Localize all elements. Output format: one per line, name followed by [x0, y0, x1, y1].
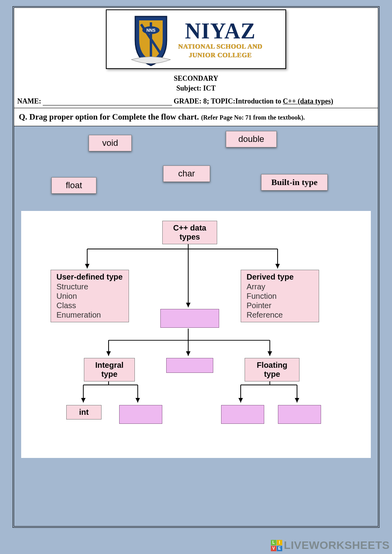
drag-option-void[interactable]: void	[89, 135, 132, 151]
derived-item: Pointer	[247, 301, 313, 310]
brand-text: LIVEWORKSHEETS	[284, 539, 390, 552]
drop-target-float[interactable]	[221, 405, 264, 424]
name-label: NAME:	[17, 97, 41, 105]
node-user-defined: User-defined type Structure Union Class …	[51, 270, 129, 322]
user-defined-item: Enumeration	[56, 311, 123, 320]
svg-text:NNS: NNS	[147, 28, 156, 33]
drop-target-char[interactable]	[119, 405, 162, 424]
brand-pill-icon: LI VE	[271, 540, 282, 551]
question-main: Q. Drag proper option for Complete the f…	[19, 112, 199, 122]
user-defined-item: Structure	[56, 282, 123, 291]
derived-item: Reference	[247, 311, 313, 320]
school-name: NIYAZ	[178, 21, 262, 42]
node-derived: Derived type Array Function Pointer Refe…	[241, 270, 319, 322]
node-int: int	[66, 405, 102, 420]
drop-target-builtin[interactable]	[160, 309, 219, 328]
drop-target-double[interactable]	[278, 405, 321, 424]
school-subtitle-2: JUNIOR COLLEGE	[178, 51, 262, 59]
school-logo-box: NNS NIYAZ NATIONAL SCHOOL AND JUNIOR COL…	[106, 9, 286, 69]
school-subtitle-1: NATIONAL SCHOOL AND	[178, 43, 262, 51]
drag-option-double[interactable]: double	[226, 131, 277, 147]
worksheet-header: NNS NIYAZ NATIONAL SCHOOL AND JUNIOR COL…	[14, 8, 378, 108]
drag-option-builtin[interactable]: Built-in type	[261, 174, 328, 191]
drag-options-area: void double char float Built-in type	[14, 126, 378, 211]
user-defined-item: Class	[56, 301, 123, 310]
page-frame: NNS NIYAZ NATIONAL SCHOOL AND JUNIOR COL…	[13, 6, 379, 528]
drag-option-float[interactable]: float	[51, 177, 96, 194]
subject-label: Subject: ICT	[17, 84, 375, 93]
grade-topic-topic: C++ (data types)	[283, 97, 334, 105]
grade-topic-prefix: GRADE: 8; TOPIC:Introduction to	[174, 97, 281, 105]
liveworksheets-brand: LI VE LIVEWORKSHEETS	[271, 539, 390, 552]
node-floating: Floating type	[245, 358, 299, 381]
derived-item: Function	[247, 292, 313, 301]
drag-option-char[interactable]: char	[163, 165, 210, 182]
level-label: SECONDARY	[17, 74, 375, 83]
question-hint: (Refer Page No: 71 from the textbook).	[201, 114, 305, 121]
node-integral: Integral type	[84, 358, 135, 381]
node-root: C++ data types	[162, 221, 217, 244]
drop-target-void[interactable]	[166, 358, 213, 373]
name-input-line[interactable]	[43, 98, 172, 105]
node-derived-title: Derived type	[247, 272, 313, 282]
node-user-defined-title: User-defined type	[56, 272, 123, 282]
question-text: Q. Drag proper option for Complete the f…	[14, 108, 378, 126]
user-defined-item: Union	[56, 292, 123, 301]
flowchart-diagram: C++ data types User-defined type Structu…	[21, 211, 371, 458]
school-crest-icon: NNS	[129, 13, 172, 67]
derived-item: Array	[247, 282, 313, 291]
